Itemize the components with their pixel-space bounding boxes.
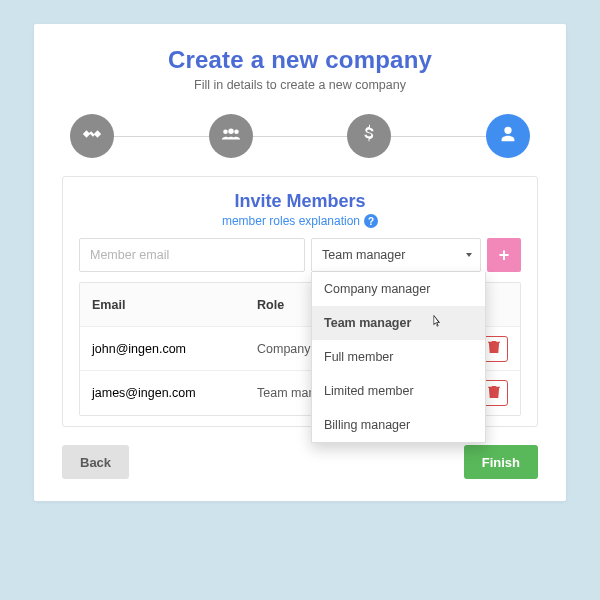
role-select-value: Team manager bbox=[322, 248, 405, 262]
role-option-billing-manager[interactable]: Billing manager bbox=[312, 408, 485, 442]
help-row: member roles explanation ? bbox=[79, 214, 521, 228]
cell-email: james@ingen.com bbox=[92, 386, 257, 400]
person-icon bbox=[497, 123, 519, 149]
role-option-team-manager[interactable]: Team manager bbox=[312, 306, 485, 340]
wizard-footer: Back Finish bbox=[62, 445, 538, 479]
step-invite[interactable] bbox=[486, 114, 530, 158]
plus-icon: + bbox=[499, 245, 510, 266]
back-button[interactable]: Back bbox=[62, 445, 129, 479]
role-select[interactable]: Team manager bbox=[311, 238, 481, 272]
page-title: Create a new company bbox=[62, 46, 538, 74]
panel-title: Invite Members bbox=[79, 191, 521, 212]
people-icon bbox=[220, 123, 242, 149]
handshake-icon bbox=[81, 123, 103, 149]
help-icon[interactable]: ? bbox=[364, 214, 378, 228]
role-option-company-manager[interactable]: Company manager bbox=[312, 272, 485, 306]
role-option-label: Team manager bbox=[324, 316, 411, 330]
wizard-stepper bbox=[70, 114, 530, 158]
finish-button[interactable]: Finish bbox=[464, 445, 538, 479]
step-members[interactable] bbox=[209, 114, 253, 158]
add-member-button[interactable]: + bbox=[487, 238, 521, 272]
step-billing[interactable] bbox=[347, 114, 391, 158]
role-select-wrap: Team manager Company manager Team manage… bbox=[311, 238, 481, 272]
role-option-full-member[interactable]: Full member bbox=[312, 340, 485, 374]
cursor-pointer-icon bbox=[429, 314, 443, 333]
chevron-down-icon bbox=[466, 253, 472, 257]
trash-icon bbox=[488, 340, 500, 357]
trash-icon bbox=[488, 385, 500, 402]
column-header-email: Email bbox=[92, 298, 257, 312]
role-option-limited-member[interactable]: Limited member bbox=[312, 374, 485, 408]
page-subtitle: Fill in details to create a new company bbox=[62, 78, 538, 92]
member-email-input[interactable] bbox=[79, 238, 305, 272]
stepper-line bbox=[100, 136, 500, 137]
role-dropdown: Company manager Team manager Full member… bbox=[311, 272, 486, 443]
invite-input-row: Team manager Company manager Team manage… bbox=[79, 238, 521, 272]
roles-help-link[interactable]: member roles explanation bbox=[222, 214, 360, 228]
cell-email: john@ingen.com bbox=[92, 342, 257, 356]
step-handshake[interactable] bbox=[70, 114, 114, 158]
dollar-icon bbox=[358, 123, 380, 149]
wizard-card: Create a new company Fill in details to … bbox=[34, 24, 566, 501]
invite-panel: Invite Members member roles explanation … bbox=[62, 176, 538, 427]
